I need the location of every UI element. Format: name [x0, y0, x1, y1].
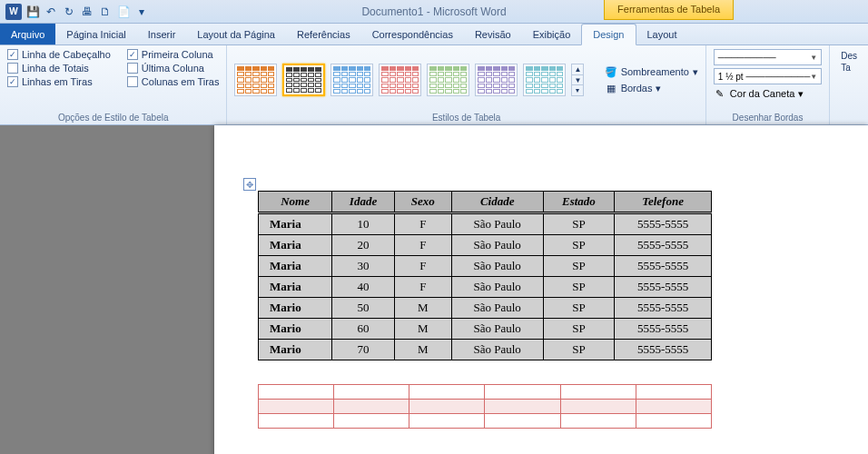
chk-last-col[interactable]: Última Coluna	[127, 63, 220, 74]
table-cell[interactable]: F	[395, 256, 452, 277]
table-row[interactable]: Maria20FSão PauloSP5555-5555	[259, 235, 712, 256]
table-cell[interactable]: 5555-5555	[615, 298, 712, 319]
gallery-down-icon[interactable]: ▼	[572, 75, 583, 86]
tab-layout[interactable]: Layout	[636, 24, 688, 44]
tab-page-layout[interactable]: Layout da Página	[186, 24, 286, 44]
table-cell[interactable]: SP	[543, 277, 614, 298]
gallery-scroll[interactable]: ▲▼▾	[571, 64, 584, 96]
chk-banded-rows[interactable]: ✓Linhas em Tiras	[7, 76, 111, 87]
table-row[interactable]: Maria10FSão PauloSP5555-5555	[259, 213, 712, 235]
table-cell[interactable]: 5555-5555	[615, 235, 712, 256]
line-style-combo[interactable]: ─────────▼	[714, 49, 822, 65]
print-preview-icon[interactable]: 🗋	[98, 5, 113, 19]
table-row[interactable]	[259, 385, 712, 400]
qat-more-icon[interactable]: ▾	[134, 5, 149, 19]
table-cell[interactable]: Maria	[259, 256, 332, 277]
table-cell[interactable]: Mario	[259, 319, 332, 340]
table-cell[interactable]: Maria	[259, 235, 332, 256]
table-cell[interactable]: F	[395, 213, 452, 235]
table-cell[interactable]: 40	[332, 277, 395, 298]
table-cell[interactable]: F	[395, 235, 452, 256]
table-style-thumb-2[interactable]	[330, 64, 373, 96]
borders-button[interactable]: ▦Bordas ▾	[605, 82, 698, 94]
table-cell[interactable]	[485, 385, 560, 400]
table-cell[interactable]	[409, 414, 485, 429]
table-cell[interactable]: Mario	[259, 340, 332, 360]
table-row[interactable]: Maria40FSão PauloSP5555-5555	[259, 277, 712, 298]
chk-total-row[interactable]: Linha de Totais	[7, 63, 111, 74]
table-stub[interactable]: Ta	[841, 63, 857, 73]
table-header[interactable]: Telefone	[615, 192, 712, 213]
table-cell[interactable]	[636, 400, 711, 414]
table-cell[interactable]	[560, 385, 636, 400]
table-cell[interactable]: São Paulo	[451, 213, 543, 235]
tab-home[interactable]: Página Inicial	[55, 24, 136, 44]
table-cell[interactable]: 5555-5555	[615, 277, 712, 298]
shading-button[interactable]: 🪣Sombreamento ▾	[605, 65, 698, 78]
table-style-thumb-6[interactable]	[523, 64, 566, 96]
tab-mailings[interactable]: Correspondências	[361, 24, 464, 44]
table-header[interactable]: Nome	[259, 192, 332, 213]
table-style-thumb-3[interactable]	[379, 64, 421, 96]
table-cell[interactable]	[485, 414, 560, 429]
table-move-handle[interactable]: ✥	[243, 178, 256, 191]
table-header[interactable]: Estado	[543, 192, 614, 213]
table-header[interactable]: Cidade	[451, 192, 543, 213]
table-cell[interactable]: M	[395, 340, 452, 360]
table-cell[interactable]: M	[395, 298, 452, 319]
table-cell[interactable]	[334, 400, 409, 414]
table-cell[interactable]	[334, 414, 409, 429]
chk-header-row[interactable]: ✓Linha de Cabeçalho	[7, 49, 111, 60]
table-cell[interactable]: São Paulo	[451, 235, 543, 256]
redo-icon[interactable]: ↻	[62, 5, 76, 19]
table-cell[interactable]: São Paulo	[451, 340, 543, 360]
table-cell[interactable]	[259, 385, 334, 400]
table-cell[interactable]: 30	[332, 256, 395, 277]
table-cell[interactable]: Maria	[259, 277, 332, 298]
tab-insert[interactable]: Inserir	[137, 24, 187, 44]
table-cell[interactable]: SP	[543, 319, 614, 340]
save-icon[interactable]: 💾	[25, 5, 40, 19]
table-header[interactable]: Idade	[332, 192, 395, 213]
table-cell[interactable]: SP	[543, 340, 614, 360]
table-cell[interactable]: 5555-5555	[615, 340, 712, 360]
table-cell[interactable]: São Paulo	[451, 277, 543, 298]
gallery-up-icon[interactable]: ▲	[572, 64, 583, 75]
table-cell[interactable]	[259, 400, 334, 414]
undo-icon[interactable]: ↶	[44, 5, 58, 19]
table-cell[interactable]: SP	[543, 235, 614, 256]
line-weight-combo[interactable]: 1 ½ pt ──────────▼	[714, 68, 822, 84]
table-cell[interactable]: 20	[332, 235, 395, 256]
table-cell[interactable]	[636, 385, 711, 400]
table-cell[interactable]	[560, 414, 636, 429]
empty-table[interactable]	[258, 384, 712, 429]
table-cell[interactable]	[334, 385, 409, 400]
new-doc-icon[interactable]: 📄	[116, 5, 131, 19]
table-row[interactable]: Maria30FSão PauloSP5555-5555	[259, 256, 712, 277]
table-style-thumb-4[interactable]	[427, 64, 469, 96]
table-row[interactable]	[259, 414, 712, 429]
table-row[interactable]: Mario50MSão PauloSP5555-5555	[259, 298, 712, 319]
pen-color-button[interactable]: ✎Cor da Caneta ▾	[714, 87, 822, 100]
tab-references[interactable]: Referências	[286, 24, 361, 44]
table-cell[interactable]: Mario	[259, 298, 332, 319]
tab-review[interactable]: Revisão	[464, 24, 522, 44]
table-cell[interactable]: SP	[543, 298, 614, 319]
table-cell[interactable]	[560, 400, 636, 414]
table-cell[interactable]: SP	[543, 256, 614, 277]
table-cell[interactable]: 60	[332, 319, 395, 340]
table-cell[interactable]: 10	[332, 213, 395, 235]
table-cell[interactable]: F	[395, 277, 452, 298]
table-cell[interactable]	[409, 385, 485, 400]
table-cell[interactable]: 5555-5555	[615, 256, 712, 277]
table-cell[interactable]: SP	[543, 213, 614, 235]
table-style-thumb-1[interactable]	[282, 64, 325, 96]
chk-banded-cols[interactable]: Colunas em Tiras	[127, 76, 220, 87]
table-style-thumb-0[interactable]	[234, 64, 277, 96]
chk-first-col[interactable]: ✓Primeira Coluna	[127, 49, 220, 60]
table-cell[interactable]: 70	[332, 340, 395, 360]
table-cell[interactable]: São Paulo	[451, 256, 543, 277]
table-cell[interactable]: 5555-5555	[615, 213, 712, 235]
table-cell[interactable]: M	[395, 319, 452, 340]
tab-view[interactable]: Exibição	[522, 24, 582, 44]
